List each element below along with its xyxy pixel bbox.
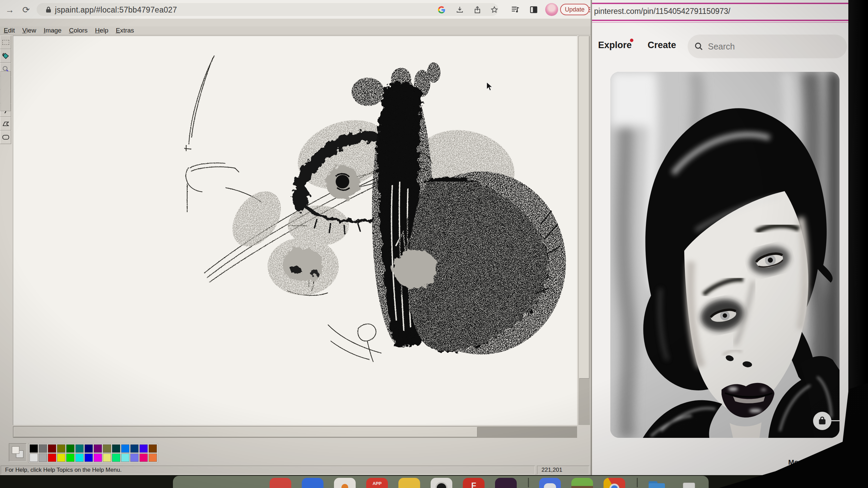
pin-image[interactable] — [610, 72, 840, 438]
update-label: Update — [565, 6, 585, 13]
tool-options-box[interactable] — [0, 71, 11, 111]
dock-icon-minecraft[interactable] — [571, 478, 593, 488]
current-colors-box[interactable] — [9, 443, 26, 462]
palette-swatch[interactable] — [75, 453, 84, 462]
mouse-cursor — [486, 82, 495, 92]
dock-icon-chrome[interactable] — [604, 478, 625, 488]
dock-icon-purple-app[interactable] — [495, 478, 517, 488]
folder-icon — [649, 483, 665, 488]
bookmark-star-icon[interactable] — [490, 6, 498, 14]
jspaint-toolbox: A — [0, 36, 11, 144]
horizontal-scroll-thumb[interactable] — [14, 427, 477, 437]
dock-icon-trash[interactable] — [678, 478, 700, 488]
jspaint-menubar: Edit View Image Colors Help Extras — [0, 26, 591, 35]
palette-swatch[interactable] — [48, 444, 56, 453]
tool-polygon-button[interactable] — [0, 117, 11, 130]
polygon-icon — [2, 120, 10, 128]
side-panel-icon[interactable] — [529, 5, 538, 14]
media-queue-icon[interactable] — [511, 5, 520, 14]
menu-help[interactable]: Help — [91, 27, 112, 34]
palette-swatch[interactable] — [84, 444, 93, 453]
menu-edit[interactable]: Edit — [0, 27, 19, 34]
palette-swatch[interactable] — [66, 453, 75, 462]
color-palette — [5, 443, 148, 464]
foreground-color-swatch[interactable] — [12, 446, 19, 454]
palette-swatch[interactable] — [103, 444, 111, 453]
tool-fill-button[interactable] — [0, 49, 11, 63]
dock-icon-light-app[interactable] — [334, 478, 356, 488]
palette-swatch[interactable] — [48, 453, 56, 462]
palette-swatch[interactable] — [130, 444, 139, 453]
google-icon[interactable] — [437, 6, 446, 14]
tool-select-button[interactable] — [0, 36, 11, 49]
canvas-drawing — [13, 36, 577, 425]
palette-swatch[interactable] — [29, 444, 38, 453]
dock-icon-app-store[interactable]: APP — [366, 478, 388, 488]
shopping-bag-icon — [818, 416, 827, 426]
dock-icon-yellow-notes[interactable] — [398, 478, 420, 488]
shop-button[interactable] — [813, 412, 831, 430]
browser-toolbar: → ⟳ jspaint.app/#local:57bb4797ea027 — [0, 0, 591, 19]
palette-swatch[interactable] — [139, 444, 148, 453]
search-icon — [694, 42, 703, 51]
app-store-glyph: APP — [366, 481, 388, 486]
palette-swatch[interactable] — [39, 444, 47, 453]
shop-leader-line — [830, 420, 840, 421]
canvas-horizontal-scrollbar[interactable] — [13, 426, 577, 438]
stamp-glyph: F — [463, 481, 485, 488]
palette-swatch[interactable] — [121, 444, 130, 453]
select-icon — [2, 40, 9, 45]
screen: → ⟳ jspaint.app/#local:57bb4797ea027 — [0, 0, 868, 488]
palette-swatch[interactable] — [112, 453, 120, 462]
tool-rounded-rectangle-button[interactable] — [0, 130, 11, 144]
dock-icon-downloads-folder[interactable] — [646, 478, 668, 488]
address-bar[interactable]: jspaint.app/#local:57bb4797ea027 — [37, 3, 498, 16]
palette-swatch[interactable] — [121, 453, 130, 462]
palette-swatch[interactable] — [94, 444, 102, 453]
search-bar[interactable] — [688, 35, 847, 58]
menu-colors[interactable]: Colors — [65, 27, 91, 34]
palette-swatch[interactable] — [39, 453, 47, 462]
download-icon[interactable] — [456, 6, 464, 14]
palette-swatch[interactable] — [149, 453, 157, 462]
lock-icon — [45, 6, 52, 13]
palette-swatch[interactable] — [112, 444, 120, 453]
menu-view[interactable]: View — [19, 27, 40, 34]
palette-swatch[interactable] — [29, 453, 38, 462]
window-accent-line — [592, 3, 848, 4]
palette-swatch[interactable] — [57, 444, 65, 453]
palette-swatch[interactable] — [149, 444, 157, 453]
menu-extras[interactable]: Extras — [112, 27, 138, 34]
update-button[interactable]: Update ⋮ — [560, 4, 589, 15]
canvas-vertical-scrollbar[interactable] — [578, 36, 590, 425]
window-accent-line — [592, 22, 848, 23]
url-text[interactable]: jspaint.app/#local:57bb4797ea027 — [55, 5, 177, 15]
paint-canvas[interactable] — [13, 36, 577, 425]
palette-swatch[interactable] — [84, 453, 93, 462]
profile-avatar[interactable] — [545, 3, 558, 16]
nav-create[interactable]: Create — [648, 40, 676, 50]
nav-explore[interactable]: Explore — [598, 40, 632, 50]
palette-swatch[interactable] — [66, 444, 75, 453]
dock-icon-photo-booth[interactable] — [431, 478, 452, 488]
menu-image[interactable]: Image — [40, 27, 65, 34]
dock-icon-blue-app[interactable] — [302, 478, 323, 488]
share-icon[interactable] — [473, 6, 481, 14]
camera-lens-icon — [435, 482, 448, 488]
dock-icon-red-stamp[interactable]: F — [463, 478, 485, 488]
dock-icon-chat-app[interactable] — [539, 478, 561, 488]
search-input[interactable] — [708, 42, 810, 52]
forward-icon[interactable]: → — [5, 5, 14, 15]
palette-swatch[interactable] — [94, 453, 102, 462]
palette-swatch[interactable] — [57, 453, 65, 462]
trash-icon — [683, 483, 695, 488]
dock-icon-red-media-app[interactable] — [270, 478, 291, 488]
palette-swatch[interactable] — [75, 444, 84, 453]
pinterest-url-text[interactable]: pinterest.com/pin/11540542791150973/ — [594, 7, 730, 16]
dock-separator — [637, 478, 638, 487]
palette-swatch[interactable] — [139, 453, 148, 462]
palette-swatch[interactable] — [103, 453, 111, 462]
reload-icon[interactable]: ⟳ — [22, 5, 30, 15]
palette-swatch[interactable] — [130, 453, 139, 462]
vertical-scroll-thumb[interactable] — [579, 36, 589, 379]
